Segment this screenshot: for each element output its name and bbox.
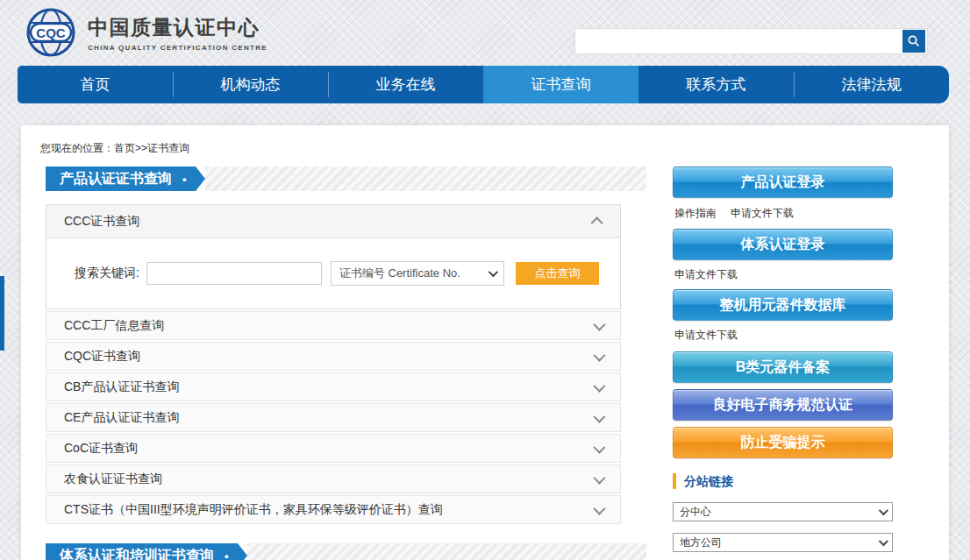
chevron-down-icon <box>593 410 605 422</box>
certificate-type-value: 证书编号 Certificate No. <box>339 266 460 281</box>
chevron-down-icon <box>593 318 605 330</box>
ecommerce-certification-button[interactable]: 良好电子商务规范认证 <box>673 389 893 421</box>
chevron-down-icon <box>593 379 605 392</box>
product-section-banner: 产品认证证书查询 • <box>46 167 646 191</box>
system-section-banner: 体系认证和培训证书查询 • <box>46 543 646 560</box>
site-header: CQC 中国质量认证中心 CHINA QUALITY CERTIFICATION… <box>0 0 970 66</box>
local-company-select[interactable]: 地方公司 <box>673 533 893 552</box>
nav-item-home[interactable]: 首页 <box>18 66 173 103</box>
section-title-bar: 产品认证证书查询 • <box>46 167 196 191</box>
product-section-title: 产品认证证书查询 <box>60 170 172 188</box>
system-login-button[interactable]: 体系认证登录 <box>673 229 893 260</box>
logo-title: 中国质量认证中心 <box>88 14 267 41</box>
query-button[interactable]: 点击查询 <box>516 262 599 285</box>
accordion-item-coc[interactable]: CoC证书查询 <box>46 434 621 463</box>
branch-links-heading: 分站链接 <box>673 473 893 489</box>
application-download-link[interactable]: 申请文件下载 <box>674 267 738 282</box>
main-nav: 首页 机构动态 业务在线 证书查询 联系方式 法律法规 <box>18 66 949 103</box>
accordion-item-cb[interactable]: CB产品认证证书查询 <box>46 372 621 401</box>
logo-text: 中国质量认证中心 CHINA QUALITY CERTIFICATION CEN… <box>88 14 267 52</box>
class-b-component-button[interactable]: B类元器件备案 <box>673 351 893 383</box>
accordion-label: CCC工厂信息查询 <box>64 318 164 334</box>
sidebar: 产品认证登录 操作指南 申请文件下载 体系认证登录 申请文件下载 整机用元器件数… <box>673 167 893 560</box>
logo-acronym: CQC <box>36 25 66 40</box>
accordion-item-cts[interactable]: CTS证书（中国III型环境声明评价证书，家具环保等级评价证书）查询 <box>46 495 621 524</box>
accordion-item-agrifood[interactable]: 农食认证证书查询 <box>46 464 621 493</box>
accordion-label: 农食认证证书查询 <box>64 471 162 487</box>
chevron-down-icon <box>879 536 888 546</box>
accordion-header-ccc[interactable]: CCC证书查询 <box>46 205 620 238</box>
side-floating-tab[interactable] <box>0 276 4 351</box>
chevron-down-icon <box>489 267 498 277</box>
banner-stripes <box>205 167 646 191</box>
search-icon <box>907 34 921 48</box>
sidebar-links-row: 操作指南 申请文件下载 <box>673 206 893 221</box>
certificate-type-select[interactable]: 证书编号 Certificate No. <box>331 261 504 286</box>
accordion-label: CoC证书查询 <box>64 441 138 457</box>
banner-arrow-icon <box>238 543 247 560</box>
nav-item-contact[interactable]: 联系方式 <box>638 66 794 103</box>
search-input[interactable] <box>575 30 902 53</box>
page: CQC 中国质量认证中心 CHINA QUALITY CERTIFICATION… <box>0 0 970 560</box>
nav-item-legal[interactable]: 法律法规 <box>794 66 949 103</box>
chevron-down-icon <box>593 471 605 484</box>
logo[interactable]: CQC 中国质量认证中心 CHINA QUALITY CERTIFICATION… <box>25 6 267 59</box>
accordion-label-ccc: CCC证书查询 <box>64 214 139 230</box>
site-search <box>574 28 928 54</box>
sidebar-links-row: 申请文件下载 <box>673 267 893 282</box>
keyword-label: 搜索关键词: <box>75 266 139 281</box>
application-download-link[interactable]: 申请文件下载 <box>674 328 738 343</box>
accordion-label: CTS证书（中国III型环境声明评价证书，家具环保等级评价证书）查询 <box>64 502 443 518</box>
chevron-down-icon <box>879 506 888 515</box>
chevron-down-icon <box>593 349 605 361</box>
breadcrumb[interactable]: 您现在的位置：首页>>证书查询 <box>40 141 189 156</box>
search-button[interactable] <box>902 30 925 53</box>
accordion-item-ce[interactable]: CE产品认证证书查询 <box>46 403 621 432</box>
accordion-item-ccc-factory[interactable]: CCC工厂信息查询 <box>46 311 621 340</box>
accordion-label: CQC证书查询 <box>64 349 140 365</box>
system-section-title: 体系认证和培训证书查询 <box>60 547 214 560</box>
content-card: 您现在的位置：首页>>证书查询 产品认证证书查询 • CCC证书查询 搜索关键词… <box>21 125 949 560</box>
cqc-globe-icon: CQC <box>25 6 77 59</box>
keyword-input[interactable] <box>146 262 322 285</box>
component-database-button[interactable]: 整机用元器件数据库 <box>673 289 893 321</box>
sidebar-links-row: 申请文件下载 <box>673 328 893 343</box>
chevron-down-icon <box>593 502 605 514</box>
local-company-value: 地方公司 <box>680 535 722 550</box>
branch-center-value: 分中心 <box>680 505 711 520</box>
dot-icon: • <box>182 173 187 186</box>
section-title-bar: 体系认证和培训证书查询 • <box>46 543 238 560</box>
accordion-item-ccc: CCC证书查询 搜索关键词: 证书编号 Certificate No. 点击查询 <box>46 204 621 309</box>
dot-icon: • <box>225 549 229 560</box>
operation-guide-link[interactable]: 操作指南 <box>674 206 717 221</box>
chevron-down-icon <box>593 441 605 453</box>
banner-stripes <box>247 543 646 560</box>
chevron-up-icon <box>591 216 603 229</box>
accordion-item-cqc[interactable]: CQC证书查询 <box>46 342 621 371</box>
nav-item-certificate-query[interactable]: 证书查询 <box>483 66 638 103</box>
nav-item-online-business[interactable]: 业务在线 <box>328 66 483 103</box>
ccc-search-form: 搜索关键词: 证书编号 Certificate No. 点击查询 <box>46 238 620 308</box>
nav-item-news[interactable]: 机构动态 <box>173 66 328 103</box>
branch-center-select[interactable]: 分中心 <box>673 502 893 521</box>
accordion-label: CE产品认证证书查询 <box>64 410 179 426</box>
application-download-link[interactable]: 申请文件下载 <box>731 206 794 221</box>
certificate-accordion: CCC证书查询 搜索关键词: 证书编号 Certificate No. 点击查询… <box>46 204 621 524</box>
product-login-button[interactable]: 产品认证登录 <box>673 167 893 198</box>
accordion-label: CB产品认证证书查询 <box>64 379 179 395</box>
logo-subtitle: CHINA QUALITY CERTIFICATION CENTRE <box>88 44 267 52</box>
fraud-warning-button[interactable]: 防止受骗提示 <box>673 427 893 458</box>
banner-arrow-icon <box>196 167 205 191</box>
